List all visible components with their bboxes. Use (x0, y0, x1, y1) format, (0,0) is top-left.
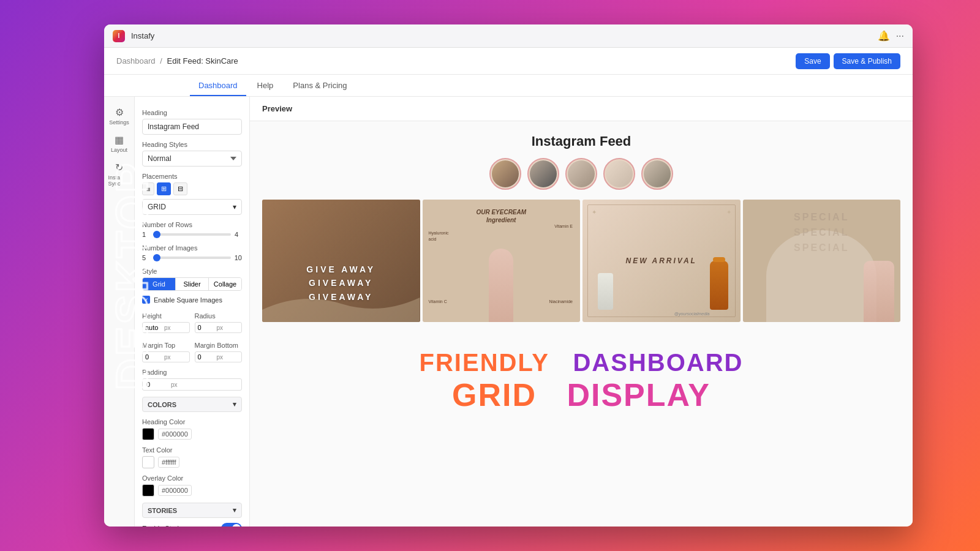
tabs-bar: Dashboard Help Plans & Pricing (104, 75, 913, 97)
margin-bottom-label: Margin Bottom (195, 342, 243, 349)
images-slider-thumb[interactable] (153, 254, 160, 261)
bell-icon[interactable]: 🔔 (878, 30, 890, 42)
story-circle-3[interactable] (565, 158, 597, 190)
heading-color-swatch[interactable] (142, 428, 154, 440)
grid-img-new-arrival[interactable]: ✦ ✦ NEW ARRIVAL @yo (582, 200, 741, 322)
story-circle-5[interactable] (641, 158, 673, 190)
sidebar-item-layout[interactable]: ▦ Layout (106, 130, 133, 157)
padding-row: px (142, 378, 242, 391)
sidebar-item-settings[interactable]: ⚙ Settings (106, 103, 133, 129)
margin-bottom-input-row: px (195, 351, 243, 362)
save-button[interactable]: Save (796, 53, 829, 69)
preview-header: Preview (250, 97, 913, 121)
tab-help[interactable]: Help (249, 76, 282, 96)
tab-dashboard[interactable]: Dashboard (190, 76, 246, 96)
promo-line1: FRIENDLY DASHBOARD (274, 349, 888, 377)
text-color-swatch[interactable] (142, 456, 154, 468)
style-slider-btn[interactable]: Slider (176, 278, 209, 290)
enable-square-row: ✓ Enable Square Images (142, 296, 242, 304)
titlebar: I Instafy 🔔 ··· (104, 24, 913, 48)
rows-slider-thumb[interactable] (153, 231, 160, 238)
radius-unit: px (217, 324, 224, 331)
overlay-color-label: Overlay Color (142, 474, 242, 482)
text-color-row: #ffffff (142, 456, 242, 468)
grid-img-special[interactable]: SPECIAL SPECIAL SPECIAL (743, 200, 901, 322)
new-arrival-content: ✦ ✦ NEW ARRIVAL @yo (582, 200, 741, 322)
save-publish-button[interactable]: Save & Publish (834, 53, 900, 69)
enable-stories-toggle[interactable] (221, 523, 242, 527)
story-circle-4[interactable] (603, 158, 635, 190)
preview-area: Preview Instagram Feed (250, 97, 913, 527)
style-collage-btn[interactable]: Collage (209, 278, 241, 290)
layout-icon: ▦ (115, 134, 124, 146)
overlay-color-hex[interactable]: #000000 (158, 485, 192, 496)
app-window: I Instafy 🔔 ··· Dashboard / Edit Feed: S… (104, 24, 913, 527)
more-icon[interactable]: ··· (896, 31, 904, 42)
story-circle-1[interactable] (489, 158, 521, 190)
story-img-3 (568, 160, 595, 187)
grid-img-giveaway[interactable]: GIVE AWAYGIVEAWAYGIVEAWAY (262, 200, 420, 322)
heading-color-hex[interactable]: #000000 (158, 429, 192, 440)
stories-section-header[interactable]: STORIES ▾ (142, 503, 242, 518)
radius-label: Radius (195, 312, 243, 320)
app-name: Instafy (131, 31, 154, 40)
height-unit: px (164, 324, 171, 331)
radius-input[interactable] (198, 324, 215, 331)
margin-bottom-input[interactable] (198, 353, 215, 361)
special-text-1: SPECIAL (743, 212, 901, 223)
heading-input[interactable] (142, 119, 242, 135)
story-img-4 (606, 160, 633, 187)
tab-plans[interactable]: Plans & Pricing (284, 76, 355, 96)
special-content: SPECIAL SPECIAL SPECIAL (743, 200, 901, 322)
rows-slider-track[interactable] (153, 233, 231, 236)
placements-row: ≡ ⊞ ⊟ (142, 182, 242, 195)
grid-img-eyecream[interactable]: OUR EYECREAMIngredient Hyaluronicacid Vi… (423, 200, 581, 322)
text-color-hex: #ffffff (158, 457, 179, 468)
nav-bar: Dashboard / Edit Feed: SkinCare Save Sav… (104, 48, 913, 75)
text-color-label: Text Color (142, 446, 242, 454)
rows-max-val: 4 (235, 231, 242, 238)
height-radius-row: Height px Radius px (142, 306, 242, 333)
enable-stories-label: Enable Stories (142, 525, 217, 527)
colors-section-header[interactable]: COLORS ▾ (142, 397, 242, 412)
breadcrumb: Dashboard / Edit Feed: SkinCare (116, 56, 238, 66)
colors-section-label: COLORS (148, 401, 176, 408)
heading-styles-select[interactable]: Normal Bold Italic (142, 151, 242, 167)
style-buttons: Grid Slider Collage (142, 277, 242, 291)
promo-line2: GRID DISPLAY (274, 377, 888, 413)
story-img-2 (530, 160, 557, 187)
special-text-3: SPECIAL (743, 242, 901, 253)
enable-square-label: Enable Square Images (154, 296, 222, 304)
heading-color-row: #000000 (142, 428, 242, 440)
placement-grid-btn[interactable]: ⊞ (157, 182, 171, 195)
story-img-5 (644, 160, 671, 187)
special-text-2: SPECIAL (743, 227, 901, 238)
social-handle: @yoursocialmedia (674, 312, 710, 316)
padding-label: Padding (142, 369, 242, 376)
grid-select[interactable]: GRID ▾ (142, 199, 242, 215)
story-circle-2[interactable] (527, 158, 559, 190)
giveaway-content: GIVE AWAYGIVEAWAYGIVEAWAY (262, 200, 420, 322)
images-slider-track[interactable] (153, 257, 231, 259)
story-img-1 (492, 160, 519, 187)
eyecream-ingredients: Hyaluronicacid (429, 230, 449, 242)
eyecream-tube (489, 249, 513, 322)
placements-label: Placements (142, 173, 242, 180)
eyecream-vitamin-e: Vitamin E (554, 224, 573, 228)
overlay-color-swatch[interactable] (142, 484, 154, 497)
layout-label: Layout (111, 147, 127, 153)
placement-other-btn[interactable]: ⊟ (173, 182, 187, 195)
desktop-label: DESKTOP (107, 161, 157, 391)
grid-images: GIVE AWAYGIVEAWAYGIVEAWAY OUR EYECREAMIn… (262, 200, 900, 322)
app-logo: I (113, 30, 125, 42)
stories-chevron-icon: ▾ (233, 506, 236, 514)
margin-row: Margin Top px Margin Bottom px (142, 335, 242, 362)
radius-input-row: px (195, 322, 243, 333)
enable-stories-row: Enable Stories (142, 523, 242, 527)
margin-bottom-unit: px (217, 354, 224, 361)
images-slider-row: 5 10 (142, 254, 242, 261)
arrival-cream (598, 273, 613, 310)
promo-display: DISPLAY (567, 377, 710, 413)
story-circles (262, 158, 900, 190)
settings-icon: ⚙ (115, 107, 124, 118)
